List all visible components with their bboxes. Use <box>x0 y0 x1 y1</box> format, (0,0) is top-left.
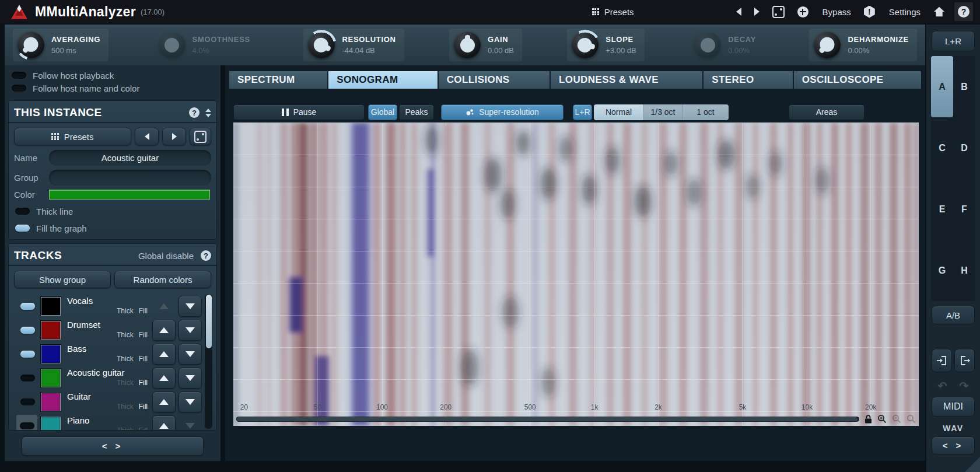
collapse-sidebar-button[interactable]: < > <box>932 436 975 454</box>
sonogram-display[interactable]: 20 50 100 200 500 1k 2k 5k 10k 20k <box>233 123 919 426</box>
track-color-swatch[interactable] <box>41 345 61 363</box>
lr-channel-button[interactable]: L+R <box>573 104 592 120</box>
wav-label[interactable]: WAV <box>926 424 980 433</box>
move-track-up-button[interactable] <box>152 368 176 389</box>
tab-loudness-wave[interactable]: LOUDNESS & WAVE <box>551 71 702 89</box>
instance-presets-button[interactable]: Presets <box>14 128 131 145</box>
track-thick-toggle[interactable]: Thick <box>117 331 134 339</box>
track-enable-toggle[interactable] <box>20 303 35 310</box>
next-instance-preset-button[interactable] <box>162 128 186 145</box>
global-presets-button[interactable]: Presets <box>592 7 634 17</box>
track-fill-toggle[interactable]: Fill <box>139 426 148 430</box>
color-swatch-bar[interactable] <box>49 190 210 200</box>
track-color-swatch[interactable] <box>41 297 61 316</box>
track-fill-toggle[interactable]: Fill <box>139 307 148 315</box>
deharmonize-knob[interactable] <box>814 32 841 58</box>
follow-host-playback-toggle[interactable]: Follow host playback <box>12 69 214 82</box>
preset-slot-a[interactable]: A <box>931 56 953 117</box>
tab-spectrum[interactable]: SPECTRUM <box>229 71 327 89</box>
track-enable-toggle[interactable] <box>20 375 35 382</box>
prev-instance-preset-button[interactable] <box>135 128 159 145</box>
random-colors-button[interactable]: Random colors <box>114 271 211 288</box>
midi-button[interactable]: MIDI <box>932 397 975 417</box>
redo-icon[interactable]: ↷ <box>960 379 969 393</box>
next-preset-icon[interactable] <box>754 8 760 16</box>
mode-octave-button[interactable]: 1 oct <box>682 104 729 120</box>
lock-icon[interactable] <box>864 415 872 424</box>
track-enable-toggle[interactable] <box>20 351 35 358</box>
collapse-section-icon[interactable] <box>205 109 211 117</box>
show-group-button[interactable]: Show group <box>14 271 111 288</box>
random-preset-icon[interactable] <box>772 6 785 18</box>
track-row-vocals[interactable]: Vocals ThickFill <box>14 294 202 318</box>
help-icon[interactable]: ? <box>189 107 200 118</box>
track-color-swatch[interactable] <box>41 417 61 431</box>
preset-slot-d[interactable]: D <box>953 117 975 179</box>
scrollbar-thumb[interactable] <box>237 417 858 421</box>
mode-normal-button[interactable]: Normal <box>594 104 643 120</box>
pause-button[interactable]: Pause <box>233 104 365 120</box>
track-row-bass[interactable]: Bass ThickFill <box>14 342 202 366</box>
follow-host-name-color-toggle[interactable]: Follow host name and color <box>12 82 214 95</box>
move-track-up-button[interactable] <box>152 296 176 317</box>
track-enable-toggle[interactable] <box>20 422 34 429</box>
peaks-button[interactable]: Peaks <box>399 104 434 120</box>
preset-slot-h[interactable]: H <box>953 240 975 301</box>
bypass-button[interactable]: Bypass <box>822 7 851 17</box>
track-row-guitar[interactable]: Guitar ThickFill <box>14 390 202 414</box>
fill-graph-toggle[interactable]: Fill the graph <box>15 222 210 235</box>
track-thick-toggle[interactable]: Thick <box>117 307 134 315</box>
frequency-scrollbar[interactable] <box>236 417 859 422</box>
zoom-reset-icon[interactable] <box>907 414 916 424</box>
track-fill-toggle[interactable]: Fill <box>139 403 148 411</box>
track-thick-toggle[interactable]: Thick <box>117 379 134 387</box>
averaging-knob[interactable] <box>18 32 44 58</box>
preset-slot-b[interactable]: B <box>953 56 975 117</box>
undo-icon[interactable]: ↶ <box>938 379 947 393</box>
track-thick-toggle[interactable]: Thick <box>117 403 134 411</box>
group-field[interactable] <box>49 170 211 186</box>
paste-from-slot-button[interactable] <box>954 349 975 372</box>
tab-stereo[interactable]: STEREO <box>704 71 792 89</box>
global-button[interactable]: Global <box>368 104 397 120</box>
track-color-swatch[interactable] <box>41 321 61 340</box>
move-track-down-button[interactable] <box>178 391 202 412</box>
decay-knob[interactable] <box>694 32 721 58</box>
name-field[interactable]: Acoustic guitar <box>49 150 211 166</box>
zoom-in-icon[interactable] <box>877 414 887 424</box>
warning-icon[interactable]: ! <box>864 6 875 18</box>
random-instance-preset-button[interactable] <box>190 128 211 145</box>
track-row-drumset[interactable]: Drumset ThickFill <box>14 318 202 342</box>
zoom-out-icon[interactable] <box>892 414 901 424</box>
track-fill-toggle[interactable]: Fill <box>139 355 148 363</box>
move-track-down-button[interactable] <box>178 344 202 365</box>
move-track-down-button[interactable] <box>178 415 202 431</box>
preset-slot-g[interactable]: G <box>931 240 953 301</box>
add-icon[interactable] <box>797 6 808 18</box>
super-resolution-button[interactable]: Super-resolution <box>441 104 564 120</box>
track-thick-toggle[interactable]: Thick <box>117 426 134 430</box>
move-track-down-button[interactable] <box>178 296 202 317</box>
channel-mode-button[interactable]: L+R <box>932 31 975 51</box>
ab-compare-button[interactable]: A/B <box>932 306 975 324</box>
track-fill-toggle[interactable]: Fill <box>139 379 148 387</box>
tab-oscilloscope[interactable]: OSCILLOSCOPE <box>794 71 921 89</box>
preset-slot-f[interactable]: F <box>953 179 975 240</box>
global-disable-button[interactable]: Global disable <box>138 251 194 261</box>
track-list-scrollbar[interactable] <box>205 294 212 429</box>
move-track-up-button[interactable] <box>152 391 176 412</box>
slope-knob[interactable] <box>572 32 598 58</box>
thick-line-toggle[interactable]: Thick line <box>15 205 210 218</box>
track-fill-toggle[interactable]: Fill <box>139 331 148 339</box>
collapse-left-panel-button[interactable]: < > <box>22 436 204 456</box>
track-enable-toggle[interactable] <box>20 398 35 405</box>
mode-third-octave-button[interactable]: 1/3 oct <box>643 104 682 120</box>
help-button[interactable]: ? <box>954 2 973 21</box>
track-color-swatch[interactable] <box>41 393 61 411</box>
help-icon[interactable]: ? <box>201 250 211 261</box>
areas-button[interactable]: Areas <box>789 104 864 120</box>
track-color-swatch[interactable] <box>41 369 61 387</box>
track-enable-toggle[interactable] <box>20 327 35 334</box>
move-track-up-button[interactable] <box>152 415 176 431</box>
preset-slot-c[interactable]: C <box>931 117 953 179</box>
